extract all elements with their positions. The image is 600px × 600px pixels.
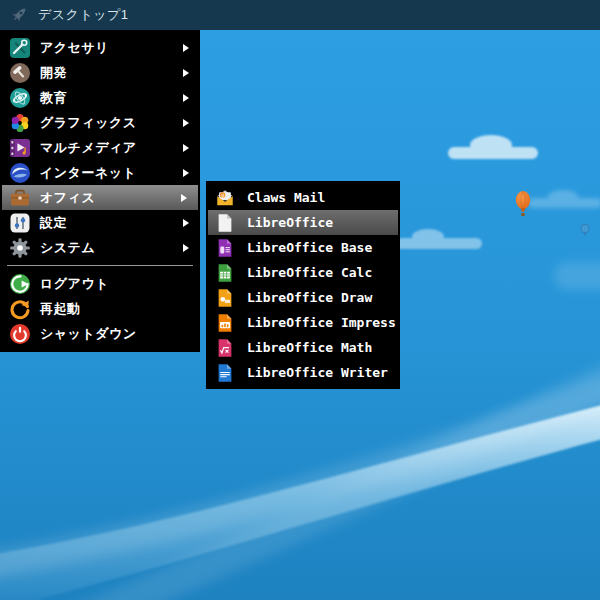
rocket-icon[interactable] (8, 4, 30, 26)
power-icon (9, 323, 31, 345)
submenu-item-libreoffice[interactable]: LibreOffice (208, 210, 398, 235)
toolbox-icon (9, 37, 31, 59)
main-menu: アクセサリ開発教育グラフィックスマルチメディアインターネットオフィス設定システム… (0, 30, 200, 352)
small-balloon (580, 222, 590, 234)
presentation-doc-icon (215, 313, 235, 333)
submenu-item-libreoffice-math[interactable]: LibreOffice Math (206, 335, 400, 360)
menu-item-label: システム (40, 239, 95, 257)
submenu-arrow-icon (183, 244, 189, 252)
menu-item-label: オフィス (40, 189, 95, 207)
menu-item-label: 教育 (40, 89, 67, 107)
menu-item-settings[interactable]: 設定 (0, 210, 200, 235)
submenu-arrow-icon (183, 44, 189, 52)
menu-item-label: アクセサリ (40, 39, 109, 57)
menu-item-internet[interactable]: インターネット (0, 160, 200, 185)
menu-item-label: マルチメディア (40, 139, 137, 157)
desktop: デスクトップ1 アクセサリ開発教育グラフィックスマルチメディアインターネットオフ… (0, 0, 600, 600)
logout-icon (9, 273, 31, 295)
office-submenu: @Claws MailLibreOfficeLibreOffice BaseLi… (206, 181, 400, 389)
spreadsheet-doc-icon (215, 263, 235, 283)
restart-icon (9, 298, 31, 320)
menu-item-development[interactable]: 開発 (0, 60, 200, 85)
formula-doc-icon (215, 338, 235, 358)
menu-item-shutdown[interactable]: シャットダウン (0, 321, 200, 346)
drawing-doc-icon (215, 288, 235, 308)
menu-item-label: 再起動 (40, 300, 81, 318)
submenu-arrow-icon (183, 69, 189, 77)
menu-item-label: シャットダウン (40, 325, 137, 343)
menu-separator (7, 265, 193, 266)
hot-air-balloon (512, 190, 534, 218)
workspace-label: デスクトップ1 (38, 6, 129, 24)
menu-item-office[interactable]: オフィス (2, 185, 198, 210)
submenu-item-label: Claws Mail (247, 190, 325, 205)
submenu-item-label: LibreOffice Draw (247, 290, 372, 305)
submenu-item-label: LibreOffice Impress (247, 315, 396, 330)
submenu-item-label: LibreOffice Math (247, 340, 372, 355)
sliders-icon (9, 212, 31, 234)
submenu-item-libreoffice-base[interactable]: LibreOffice Base (206, 235, 400, 260)
submenu-item-libreoffice-draw[interactable]: LibreOffice Draw (206, 285, 400, 310)
submenu-arrow-icon (183, 169, 189, 177)
submenu-item-label: LibreOffice Base (247, 240, 372, 255)
submenu-item-label: LibreOffice (247, 215, 333, 230)
menu-item-logout[interactable]: ログアウト (0, 271, 200, 296)
globe-icon (9, 162, 31, 184)
menu-item-label: インターネット (40, 164, 136, 182)
menu-item-accessories[interactable]: アクセサリ (0, 35, 200, 60)
document-icon (215, 213, 235, 233)
submenu-arrow-icon (183, 219, 189, 227)
submenu-arrow-icon (183, 144, 189, 152)
cloud (528, 198, 600, 208)
svg-text:@: @ (221, 191, 224, 197)
taskbar: デスクトップ1 (0, 0, 600, 30)
submenu-item-claws-mail[interactable]: @Claws Mail (206, 185, 400, 210)
cloud (448, 147, 538, 159)
film-music-icon (9, 137, 31, 159)
menu-item-graphics[interactable]: グラフィックス (0, 110, 200, 135)
cloud (554, 262, 600, 290)
email-icon: @ (215, 188, 235, 208)
color-wheel-icon (9, 112, 31, 134)
submenu-item-libreoffice-writer[interactable]: LibreOffice Writer (206, 360, 400, 385)
menu-item-label: グラフィックス (40, 114, 137, 132)
menu-item-label: ログアウト (40, 275, 109, 293)
submenu-item-libreoffice-impress[interactable]: LibreOffice Impress (206, 310, 400, 335)
menu-item-system[interactable]: システム (0, 235, 200, 260)
menu-item-restart[interactable]: 再起動 (0, 296, 200, 321)
hammer-icon (9, 62, 31, 84)
database-doc-icon (215, 238, 235, 258)
menu-item-label: 開発 (40, 64, 67, 82)
submenu-item-libreoffice-calc[interactable]: LibreOffice Calc (206, 260, 400, 285)
atom-icon (9, 87, 31, 109)
gear-icon (9, 237, 31, 259)
submenu-item-label: LibreOffice Writer (247, 365, 388, 380)
submenu-arrow-icon (183, 94, 189, 102)
menu-item-multimedia[interactable]: マルチメディア (0, 135, 200, 160)
briefcase-icon (9, 187, 31, 209)
menu-item-education[interactable]: 教育 (0, 85, 200, 110)
submenu-arrow-icon (183, 119, 189, 127)
submenu-item-label: LibreOffice Calc (247, 265, 372, 280)
cloud (396, 238, 482, 249)
text-doc-icon (215, 363, 235, 383)
menu-item-label: 設定 (40, 214, 67, 232)
submenu-arrow-icon (181, 194, 187, 202)
